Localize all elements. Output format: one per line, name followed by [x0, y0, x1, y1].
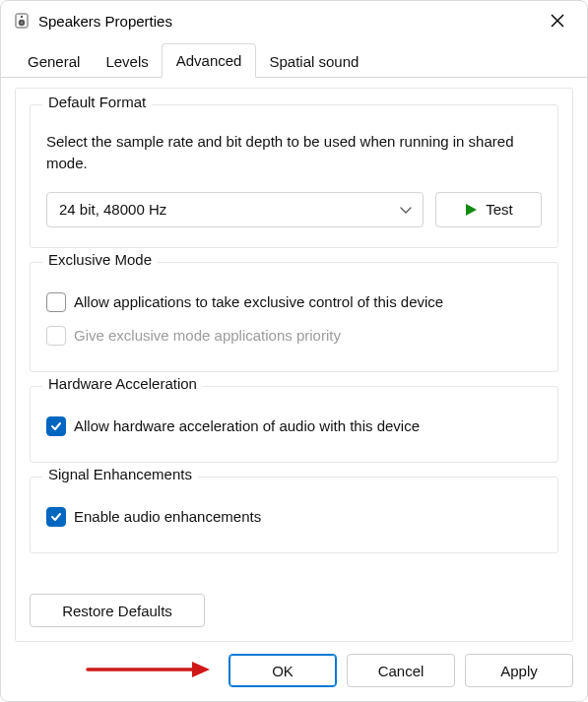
dialog-footer: OK Cancel Apply	[1, 642, 587, 701]
cancel-button[interactable]: Cancel	[347, 654, 455, 687]
tab-general[interactable]: General	[15, 44, 93, 78]
format-select-wrap: 24 bit, 48000 Hz	[46, 192, 424, 227]
tab-strip: General Levels Advanced Spatial sound	[1, 40, 587, 78]
default-format-group: Default Format Select the sample rate an…	[30, 104, 558, 248]
svg-marker-6	[466, 204, 477, 216]
signal-enh-group: Signal Enhancements Enable audio enhance…	[30, 477, 558, 553]
titlebar: Speakers Properties	[1, 1, 587, 40]
ok-button[interactable]: OK	[229, 654, 337, 687]
exclusive-mode-legend: Exclusive Mode	[42, 251, 158, 268]
svg-marker-8	[192, 662, 210, 677]
annotation-arrow-icon	[84, 659, 212, 684]
tab-content: Default Format Select the sample rate an…	[1, 78, 587, 642]
speaker-device-icon	[13, 12, 31, 30]
close-icon	[551, 14, 564, 28]
enable-enh-row: Enable audio enhancements	[46, 507, 542, 527]
enable-enh-label: Enable audio enhancements	[74, 508, 261, 525]
signal-enh-legend: Signal Enhancements	[42, 466, 198, 482]
svg-point-2	[21, 22, 23, 24]
test-button-label: Test	[486, 201, 513, 218]
allow-exclusive-checkbox[interactable]	[46, 292, 66, 312]
play-icon	[464, 203, 478, 217]
allow-hw-label: Allow hardware acceleration of audio wit…	[74, 417, 420, 434]
format-row: 24 bit, 48000 Hz Test	[46, 192, 542, 227]
apply-button[interactable]: Apply	[465, 654, 573, 687]
hardware-accel-group: Hardware Acceleration Allow hardware acc…	[30, 386, 558, 463]
restore-defaults-button[interactable]: Restore Defaults	[30, 594, 205, 627]
close-button[interactable]	[538, 5, 577, 36]
restore-row: Restore Defaults	[30, 576, 558, 627]
allow-hw-checkbox[interactable]	[46, 416, 66, 436]
advanced-panel: Default Format Select the sample rate an…	[15, 88, 573, 642]
give-priority-checkbox	[46, 326, 66, 346]
allow-hw-row: Allow hardware acceleration of audio wit…	[46, 416, 542, 436]
hardware-accel-legend: Hardware Acceleration	[42, 375, 203, 392]
allow-exclusive-row: Allow applications to take exclusive con…	[46, 292, 542, 312]
tab-levels[interactable]: Levels	[93, 44, 161, 78]
allow-exclusive-label: Allow applications to take exclusive con…	[74, 293, 443, 310]
give-priority-row: Give exclusive mode applications priorit…	[46, 326, 542, 346]
window-title: Speakers Properties	[38, 13, 172, 30]
default-format-desc: Select the sample rate and bit depth to …	[46, 131, 542, 174]
exclusive-mode-group: Exclusive Mode Allow applications to tak…	[30, 262, 558, 372]
default-format-legend: Default Format	[42, 94, 152, 110]
dialog-window: Speakers Properties General Levels Advan…	[0, 0, 588, 702]
format-select[interactable]: 24 bit, 48000 Hz	[46, 192, 424, 227]
test-button[interactable]: Test	[435, 192, 542, 227]
tab-spatial-sound[interactable]: Spatial sound	[256, 44, 371, 78]
svg-point-3	[21, 16, 23, 18]
enable-enh-checkbox[interactable]	[46, 507, 66, 527]
tab-advanced[interactable]: Advanced	[162, 43, 257, 78]
give-priority-label: Give exclusive mode applications priorit…	[74, 327, 341, 344]
